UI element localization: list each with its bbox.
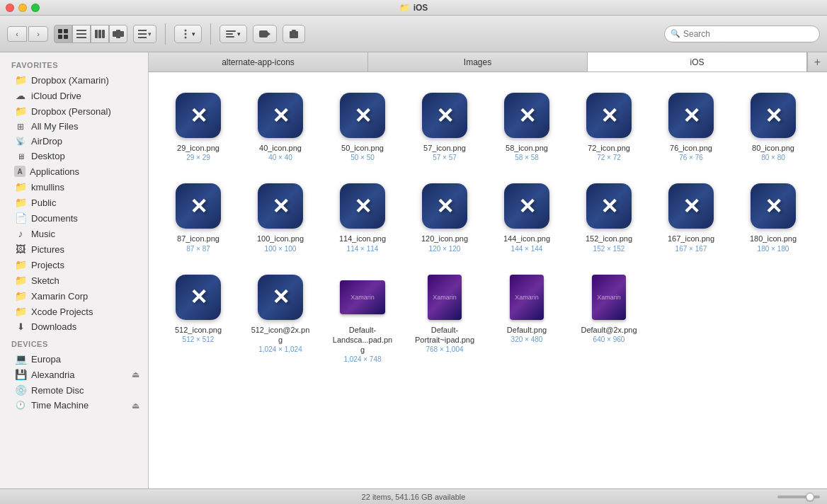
xamarin-icon: [422, 183, 467, 229]
file-item-f22[interactable]: XamarinDefault@2x.png640 × 960: [574, 268, 644, 368]
sidebar-item-xcode-projects[interactable]: 📁 Xcode Projects: [3, 304, 145, 319]
file-item-f16[interactable]: 180_icon.png180 × 180: [738, 177, 809, 256]
file-item-f14[interactable]: 152_icon.png152 × 152: [574, 177, 644, 256]
close-button[interactable]: [6, 4, 14, 12]
remote-disc-icon: 💿: [14, 384, 27, 396]
file-item-f13[interactable]: 144_icon.png144 × 144: [491, 177, 562, 256]
sidebar-item-all-my-files[interactable]: ⊞ All My Files: [3, 119, 145, 134]
sidebar-item-public[interactable]: 📁 Public: [3, 195, 145, 210]
file-name-f22: Default@2x.png: [581, 325, 637, 335]
path-button[interactable]: ▾: [219, 25, 247, 43]
column-view-button[interactable]: [91, 25, 109, 43]
sidebar-item-europa[interactable]: 💻 Europa: [3, 351, 145, 367]
add-tab-button[interactable]: +: [807, 52, 827, 71]
icon-size-slider[interactable]: [777, 496, 820, 498]
back-button[interactable]: ‹: [7, 26, 27, 42]
file-name-f13: 144_icon.png: [503, 234, 550, 244]
sidebar-item-alexandria[interactable]: 💾 Alexandria ⏏: [3, 367, 145, 382]
time-machine-eject-button[interactable]: ⏏: [132, 401, 139, 411]
sidebar-item-airdrop[interactable]: 📡 AirDrop: [3, 134, 145, 149]
list-view-button[interactable]: [72, 25, 91, 43]
toolbar-separator-1: [165, 23, 166, 45]
file-size-f10: 100 × 100: [265, 245, 297, 253]
music-icon: ♪: [14, 228, 27, 239]
file-size-f1: 29 × 29: [186, 154, 210, 161]
airdrop-icon: 📡: [14, 137, 27, 146]
file-item-f10[interactable]: 100_icon.png100 × 100: [245, 177, 316, 256]
file-item-f2[interactable]: 40_icon.png40 × 40: [245, 86, 316, 166]
search-input[interactable]: [683, 29, 814, 39]
search-icon: 🔍: [671, 29, 680, 38]
status-text: 22 items, 541.16 GB available: [362, 493, 466, 501]
sidebar-item-desktop[interactable]: 🖥 Desktop: [3, 149, 145, 164]
file-item-f4[interactable]: 57_icon.png57 × 57: [409, 86, 480, 166]
sidebar-item-time-machine[interactable]: 🕐 Time Machine ⏏: [3, 398, 145, 413]
file-name-f9: 87_icon.png: [177, 234, 219, 244]
file-item-f1[interactable]: 29_icon.png29 × 29: [163, 86, 234, 166]
sidebar-item-xamarin-corp[interactable]: 📁 Xamarin Corp: [3, 288, 145, 304]
xamarin-icon: [668, 93, 714, 138]
file-size-f15: 167 × 167: [675, 245, 707, 253]
minimize-button[interactable]: [18, 4, 27, 12]
sidebar-item-documents[interactable]: 📄 Documents: [3, 210, 145, 226]
slider-track: [777, 496, 820, 498]
file-size-f4: 57 × 57: [433, 154, 457, 161]
sidebar-item-downloads[interactable]: ⬇ Downloads: [3, 319, 145, 334]
xamarin-icon: [176, 275, 221, 320]
coverflow-view-button[interactable]: [109, 25, 127, 43]
sidebar-item-icloud[interactable]: ☁ iCloud Drive: [3, 88, 145, 103]
file-item-f21[interactable]: XamarinDefault.png320 × 480: [491, 268, 562, 368]
file-item-f7[interactable]: 76_icon.png76 × 76: [656, 86, 726, 166]
file-item-f11[interactable]: 114_icon.png114 × 114: [327, 177, 398, 256]
file-item-f15[interactable]: 167_icon.png167 × 167: [656, 177, 726, 256]
file-size-f18: 1,024 × 1,024: [258, 345, 302, 353]
sidebar-item-remote-disc[interactable]: 💿 Remote Disc: [3, 382, 145, 398]
forward-button[interactable]: ›: [28, 26, 48, 42]
tab-alternate-app-icons[interactable]: alternate-app-icons: [149, 52, 368, 71]
all-files-icon: ⊞: [14, 122, 27, 132]
file-size-f8: 80 × 80: [761, 154, 785, 161]
sidebar-item-applications[interactable]: A Applications: [3, 164, 145, 179]
svg-rect-20: [226, 33, 233, 35]
file-item-f3[interactable]: 50_icon.png50 × 50: [327, 86, 398, 166]
path-nav-button[interactable]: [253, 25, 277, 43]
file-name-f1: 29_icon.png: [177, 143, 219, 153]
arrange-button[interactable]: ▾: [133, 25, 156, 43]
file-item-f6[interactable]: 72_icon.png72 × 72: [574, 86, 644, 166]
action-button[interactable]: ▾: [174, 25, 202, 43]
file-icon-f17: [173, 273, 223, 322]
tab-ios[interactable]: iOS: [588, 52, 807, 71]
sidebar-item-sketch[interactable]: 📁 Sketch: [3, 273, 145, 288]
file-item-f19[interactable]: XamarinDefault-Landsca...pad.png1,024 × …: [327, 268, 398, 368]
tab-bar: alternate-app-icons Images iOS +: [149, 52, 827, 72]
alexandria-eject-button[interactable]: ⏏: [132, 370, 139, 379]
file-item-f12[interactable]: 120_icon.png120 × 120: [409, 177, 480, 256]
file-item-f9[interactable]: 87_icon.png87 × 87: [163, 177, 234, 256]
xamarin-icon: [176, 183, 221, 229]
tab-images[interactable]: Images: [368, 52, 588, 71]
delete-button[interactable]: [283, 25, 305, 43]
file-size-f6: 72 × 72: [597, 154, 621, 161]
file-item-f17[interactable]: 512_icon.png512 × 512: [163, 268, 234, 368]
sidebar-item-dropbox-xamarin[interactable]: 📁 Dropbox (Xamarin): [3, 72, 145, 88]
search-box[interactable]: 🔍: [664, 25, 820, 42]
sidebar-item-music[interactable]: ♪ Music: [3, 226, 145, 241]
file-icon-f16: [748, 181, 798, 231]
file-item-f18[interactable]: 512_icon@2x.png1,024 × 1,024: [245, 268, 316, 368]
sidebar-item-pictures[interactable]: 🖼 Pictures: [3, 241, 145, 257]
sidebar-item-kmullins[interactable]: 📁 kmullins: [3, 179, 145, 195]
file-icon-f22: Xamarin: [584, 273, 634, 322]
file-size-f9: 87 × 87: [186, 245, 210, 253]
file-item-f5[interactable]: 58_icon.png58 × 58: [491, 86, 562, 166]
file-item-f20[interactable]: XamarinDefault-Portrait~ipad.png768 × 1,…: [409, 268, 480, 368]
file-item-f8[interactable]: 80_icon.png80 × 80: [738, 86, 809, 166]
svg-rect-7: [95, 30, 98, 38]
favorites-header: Favorites: [0, 55, 148, 72]
maximize-button[interactable]: [31, 4, 40, 12]
sidebar-item-projects[interactable]: 📁 Projects: [3, 257, 145, 273]
title-folder-icon: 📁: [399, 3, 410, 13]
file-size-f12: 120 × 120: [429, 245, 461, 253]
sidebar-item-dropbox-personal[interactable]: 📁 Dropbox (Personal): [3, 103, 145, 119]
icon-view-button[interactable]: [54, 25, 72, 43]
file-name-f11: 114_icon.png: [339, 234, 386, 244]
